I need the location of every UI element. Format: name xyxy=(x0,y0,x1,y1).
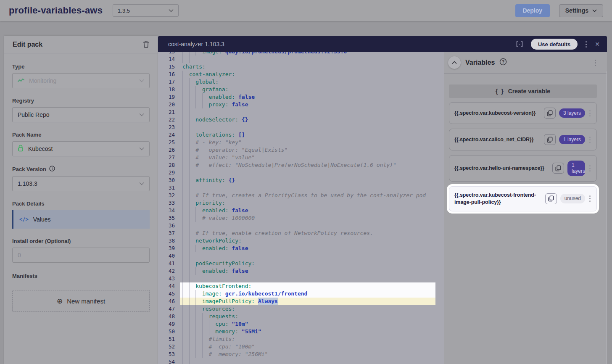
code-line[interactable]: 34enabled: false xyxy=(158,207,444,214)
variable-card[interactable]: {{.spectro.var.kubecost-frontend-image-p… xyxy=(449,186,597,211)
expand-editor-icon[interactable] xyxy=(515,41,524,47)
line-number: 20 xyxy=(158,101,175,108)
plus-circle-icon: ⊕ xyxy=(57,297,63,306)
code-line[interactable]: 16cost-analyzer: xyxy=(158,71,444,78)
variable-more-options-icon[interactable] xyxy=(588,109,591,117)
code-line[interactable]: 33priority: xyxy=(158,199,444,207)
settings-button[interactable]: Settings xyxy=(559,4,603,17)
code-line[interactable]: 21 xyxy=(158,108,444,116)
code-line[interactable]: 23 xyxy=(158,124,444,131)
copy-icon[interactable] xyxy=(545,193,557,204)
collapse-panel-icon[interactable] xyxy=(448,56,461,69)
line-number: 43 xyxy=(158,275,175,282)
code-line[interactable]: 32# If true, creates a PriorityClass to … xyxy=(158,192,444,199)
pack-name-label: Pack Name xyxy=(12,132,150,138)
code-line[interactable]: 30affinity: {} xyxy=(158,177,444,184)
trash-icon[interactable] xyxy=(143,41,149,48)
code-line[interactable]: 22nodeSelector: {} xyxy=(158,116,444,124)
pack-details-values-item[interactable]: </> Values xyxy=(12,210,150,229)
code-line[interactable]: 51#limits: xyxy=(158,335,444,343)
new-manifest-button[interactable]: ⊕ New manifest xyxy=(12,290,150,312)
close-icon[interactable]: ✕ xyxy=(595,41,600,47)
code-line[interactable]: 14 xyxy=(158,55,444,63)
variable-more-options-icon[interactable] xyxy=(588,195,591,203)
code-line[interactable]: 42enabled: false xyxy=(158,267,444,275)
code-line[interactable]: 36 xyxy=(158,222,444,229)
code-line[interactable]: 24tolerations: [] xyxy=(158,131,444,139)
code-line[interactable]: 54 xyxy=(158,358,444,364)
code-line[interactable]: 26# operator: "Equal|Exists" xyxy=(158,146,444,154)
variable-more-options-icon[interactable] xyxy=(588,164,591,172)
registry-select[interactable]: Public Repo xyxy=(12,107,150,122)
code-line[interactable]: 15charts: xyxy=(158,63,444,71)
line-number: 31 xyxy=(158,184,175,192)
edit-pack-header: Edit pack xyxy=(4,36,158,53)
code-line[interactable]: 50memory: "55Mi" xyxy=(158,328,444,335)
topbar: profile-variables-aws 1.3.5 Deploy Setti… xyxy=(0,0,612,21)
code-line[interactable]: 17global: xyxy=(158,78,444,86)
code-line[interactable]: 41podSecurityPolicy: xyxy=(158,260,444,267)
line-number: 24 xyxy=(158,131,175,139)
page-title: profile-variables-aws xyxy=(9,5,103,16)
line-number: 22 xyxy=(158,116,175,124)
yaml-editor[interactable]: 13image: quay.io/prometheus/prometheus:v… xyxy=(158,52,444,364)
code-line[interactable]: 43 xyxy=(158,275,444,282)
pack-version-select[interactable]: 1.103.3 xyxy=(12,176,150,191)
code-line[interactable]: 29 xyxy=(158,169,444,177)
type-select[interactable]: Monitoring xyxy=(12,73,150,88)
use-defaults-button[interactable]: Use defaults xyxy=(531,39,578,50)
variable-more-options-icon[interactable] xyxy=(588,136,591,144)
editor-title: cost-analyzer 1.103.3 xyxy=(168,41,224,47)
type-label: Type xyxy=(12,63,150,70)
code-line[interactable]: 28# effect: "NoSchedule|PreferNoSchedule… xyxy=(158,161,444,169)
deploy-button[interactable]: Deploy xyxy=(515,4,550,17)
line-number: 21 xyxy=(158,108,175,116)
code-line[interactable]: 47resources: xyxy=(158,305,444,313)
variables-more-options-icon[interactable] xyxy=(594,59,597,67)
code-line[interactable]: 45image: gcr.io/kubecost1/frontend xyxy=(158,290,444,298)
code-line[interactable]: 27# value: "value" xyxy=(158,154,444,161)
code-line[interactable]: 31 xyxy=(158,184,444,192)
line-number: 34 xyxy=(158,207,175,214)
variable-card[interactable]: {{.spectro.var.hello-uni-namespace}}1 la… xyxy=(449,155,597,182)
line-number: 54 xyxy=(158,358,175,364)
code-line[interactable]: 37# If true, enable creation of NetworkP… xyxy=(158,229,444,237)
code-line[interactable]: 44kubecostFrontend: xyxy=(158,282,444,290)
usage-badge: 1 layers xyxy=(567,161,585,176)
line-number: 38 xyxy=(158,237,175,245)
edit-pack-form: Type Monitoring Registry Public Repo Pac… xyxy=(4,53,158,312)
code-line[interactable]: 18grafana: xyxy=(158,86,444,93)
code-line[interactable]: 20proxy: false xyxy=(158,101,444,108)
manifests-label: Manifests xyxy=(12,273,150,279)
pack-editor: cost-analyzer 1.103.3 Use defaults ✕ 13i… xyxy=(158,36,607,364)
version-select[interactable]: 1.3.5 xyxy=(113,4,179,17)
code-line[interactable]: 38networkPolicy: xyxy=(158,237,444,245)
copy-icon[interactable] xyxy=(544,134,556,145)
chevron-down-icon xyxy=(169,9,174,12)
code-line[interactable]: 13image: quay.io/prometheus/prometheus:v… xyxy=(158,52,444,55)
create-variable-button[interactable]: { } Create variable xyxy=(449,84,597,98)
code-line[interactable]: 53# memory: "256Mi" xyxy=(158,351,444,358)
editor-more-options-icon[interactable] xyxy=(585,40,588,48)
copy-icon[interactable] xyxy=(544,108,556,119)
editor-body: 13image: quay.io/prometheus/prometheus:v… xyxy=(158,52,607,364)
line-number: 51 xyxy=(158,335,175,343)
help-icon[interactable]: ? xyxy=(499,58,507,67)
code-line[interactable]: 48requests: xyxy=(158,313,444,320)
install-order-input[interactable] xyxy=(12,248,150,263)
code-line[interactable]: 49cpu: "10m" xyxy=(158,320,444,328)
copy-icon[interactable] xyxy=(552,163,564,174)
code-line[interactable]: 40 xyxy=(158,252,444,260)
code-line[interactable]: 52# cpu: "100m" xyxy=(158,343,444,351)
create-variable-label: Create variable xyxy=(508,88,550,95)
variable-card[interactable]: {{.spectro.var.kubecost-version}}3 layer… xyxy=(449,102,597,124)
variable-card[interactable]: {{.spectro.var.calico_net_CIDR}}1 layers xyxy=(449,129,597,150)
line-number: 48 xyxy=(158,313,175,320)
code-line[interactable]: 35# value: 1000000 xyxy=(158,214,444,222)
code-line[interactable]: 46imagePullPolicy: Always xyxy=(158,298,444,305)
pack-name-select[interactable]: Kubecost xyxy=(12,141,150,156)
code-line[interactable]: 19enabled: false xyxy=(158,93,444,101)
code-line[interactable]: 39enabled: false xyxy=(158,245,444,252)
code-line[interactable]: 25# - key: "key" xyxy=(158,139,444,146)
code-lines: 13image: quay.io/prometheus/prometheus:v… xyxy=(158,52,444,364)
